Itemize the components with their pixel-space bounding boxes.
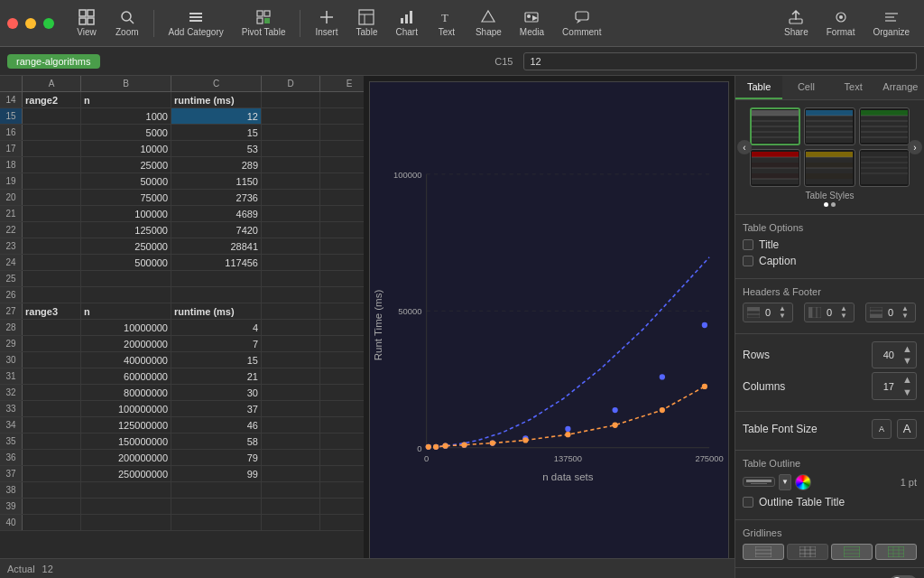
font-increase-button[interactable]: A xyxy=(897,419,917,439)
svg-rect-7 xyxy=(189,16,202,18)
header-rows-arrows[interactable]: ▲ ▼ xyxy=(776,305,789,320)
minimize-button[interactable] xyxy=(25,18,36,29)
style-thumb-6[interactable] xyxy=(859,149,910,187)
right-panel: Table Cell Text Arrange xyxy=(735,76,924,578)
outline-arrow[interactable]: ▼ xyxy=(779,474,791,490)
comment-button[interactable]: Comment xyxy=(555,5,608,41)
col-header-b[interactable]: B xyxy=(81,76,171,91)
svg-rect-90 xyxy=(752,163,799,168)
title-checkbox[interactable] xyxy=(743,239,753,250)
svg-point-62 xyxy=(565,432,570,437)
share-button[interactable]: Share xyxy=(777,5,816,41)
cols-down[interactable]: ▼ xyxy=(894,387,912,398)
table-row: 29 20000000 7 xyxy=(0,336,364,352)
svg-marker-25 xyxy=(532,15,538,21)
table-button[interactable]: Table xyxy=(348,5,384,41)
header-cols-down[interactable]: ▼ xyxy=(837,312,850,320)
outline-color-picker[interactable] xyxy=(795,474,811,490)
text-button[interactable]: T Text xyxy=(429,5,465,41)
cols-label: Columns xyxy=(743,380,785,393)
svg-text:0: 0 xyxy=(424,453,429,463)
main-area: A B C D E 14 range2 n runtime (ms) 15 10… xyxy=(0,76,924,578)
table-row: 16 5000 15 xyxy=(0,125,364,141)
rows-cols-section: Rows 40 ▲ ▼ Columns 17 ▲ ▼ xyxy=(735,334,924,412)
organize-button[interactable]: Organize xyxy=(865,5,917,41)
header-cols-arrows[interactable]: ▲ ▼ xyxy=(837,305,850,320)
svg-point-63 xyxy=(612,423,617,428)
rows-up[interactable]: ▲ xyxy=(894,343,912,355)
format-button[interactable]: Format xyxy=(819,5,863,41)
outline-swatch-container[interactable] xyxy=(743,477,775,487)
style-next-button[interactable]: › xyxy=(908,140,922,154)
header-rows-control: 0 ▲ ▼ xyxy=(743,303,793,322)
chart-button[interactable]: Chart xyxy=(388,5,424,41)
tab-arrange[interactable]: Arrange xyxy=(877,76,924,99)
close-button[interactable] xyxy=(7,18,18,29)
add-category-button[interactable]: Add Category xyxy=(162,5,231,41)
svg-rect-74 xyxy=(806,110,853,116)
formula-input[interactable] xyxy=(523,52,917,70)
gl-btn-4[interactable] xyxy=(875,544,917,560)
view-button[interactable]: View xyxy=(69,5,105,41)
cols-up[interactable]: ▲ xyxy=(894,374,912,386)
gl-btn-2[interactable] xyxy=(787,544,828,560)
style-thumb-1[interactable] xyxy=(750,107,800,145)
cols-input[interactable]: 17 ▲ ▼ xyxy=(872,372,917,399)
formula-bar: range-algorithms C15 xyxy=(0,47,924,76)
rows-input[interactable]: 40 ▲ ▼ xyxy=(872,341,917,368)
tab-cell[interactable]: Cell xyxy=(782,76,829,99)
table-styles-label: Table Styles xyxy=(743,191,917,200)
col-header-e[interactable]: E xyxy=(320,76,364,91)
zoom-button[interactable]: Zoom xyxy=(108,5,146,41)
svg-text:275000: 275000 xyxy=(695,453,723,463)
tab-text[interactable]: Text xyxy=(830,76,877,99)
title-option-row: Title xyxy=(743,238,917,251)
svg-marker-22 xyxy=(482,11,494,22)
font-size-row: Table Font Size A A xyxy=(743,419,917,439)
svg-text:0: 0 xyxy=(417,443,421,453)
footer-rows-arrows[interactable]: ▲ ▼ xyxy=(899,305,911,320)
tab-table[interactable]: Table xyxy=(735,76,782,99)
svg-point-24 xyxy=(527,14,531,18)
shape-button[interactable]: Shape xyxy=(468,5,509,41)
footer-rows-down[interactable]: ▼ xyxy=(899,312,911,320)
table-row: 30 40000000 15 xyxy=(0,352,364,368)
media-button[interactable]: Media xyxy=(513,5,551,41)
svg-rect-117 xyxy=(799,546,816,557)
gl-btn-1[interactable] xyxy=(743,544,784,560)
title-label: Title xyxy=(759,238,779,251)
svg-rect-113 xyxy=(870,314,882,318)
gridlines-row xyxy=(743,544,917,560)
header-cols-value: 0 xyxy=(823,307,836,318)
maximize-button[interactable] xyxy=(43,18,54,29)
sheet-tab[interactable]: range-algorithms xyxy=(7,54,100,69)
table-options-title: Table Options xyxy=(743,222,917,233)
style-dot-2 xyxy=(831,202,836,207)
style-thumb-4[interactable] xyxy=(750,149,800,187)
col-header-d[interactable]: D xyxy=(262,76,320,91)
style-prev-button[interactable]: ‹ xyxy=(737,140,752,154)
svg-point-64 xyxy=(660,407,665,413)
bottom-bar: Actual 12 xyxy=(0,558,735,578)
col-header-c[interactable]: C xyxy=(171,76,262,91)
table-row: 34 125000000 46 xyxy=(0,417,364,434)
outline-title-checkbox[interactable] xyxy=(743,497,753,508)
svg-rect-125 xyxy=(888,546,904,557)
table-row: 39 xyxy=(0,499,364,515)
style-thumb-5[interactable] xyxy=(804,149,855,187)
col-header-a[interactable]: A xyxy=(23,76,81,91)
font-decrease-button[interactable]: A xyxy=(872,419,892,439)
header-rows-down[interactable]: ▼ xyxy=(776,312,789,320)
footer-rows-value: 0 xyxy=(884,307,897,318)
caption-checkbox[interactable] xyxy=(743,256,753,266)
chart[interactable]: Runt Time (ms) 0 50000 100000 0 137500 2… xyxy=(369,81,729,569)
gl-btn-3[interactable] xyxy=(831,544,873,560)
footer-rows-control: 0 ▲ ▼ xyxy=(865,303,916,322)
insert-button[interactable]: Insert xyxy=(308,5,345,41)
style-thumb-3[interactable] xyxy=(859,107,910,145)
style-thumb-2[interactable] xyxy=(804,107,855,145)
pivot-table-button[interactable]: Pivot Table xyxy=(235,5,293,41)
rows-down[interactable]: ▼ xyxy=(894,355,912,367)
svg-rect-26 xyxy=(576,12,588,20)
cols-value: 17 xyxy=(876,381,894,392)
